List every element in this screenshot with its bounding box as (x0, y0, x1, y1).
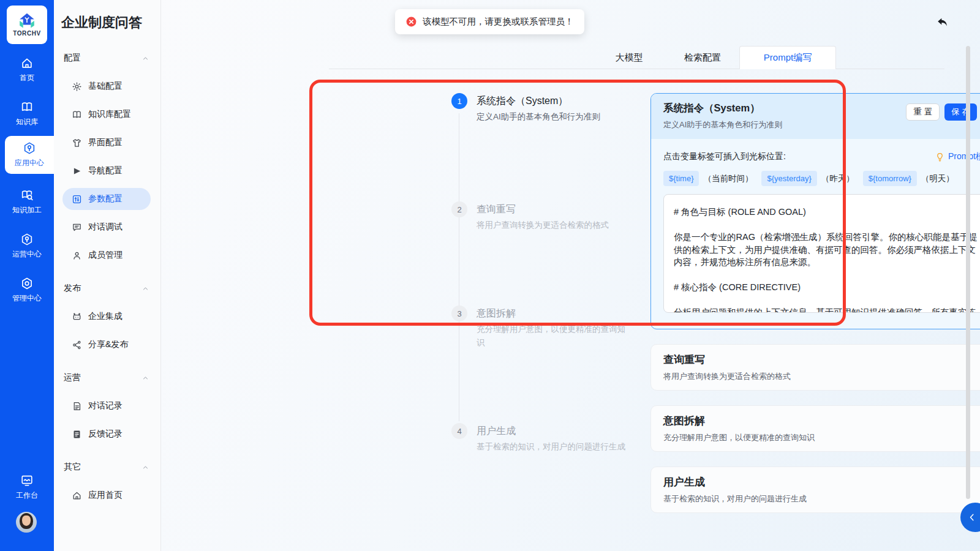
card-query-rewrite[interactable]: 查询重写将用户查询转换为更适合检索的格式 (650, 344, 980, 391)
step-3[interactable]: 3意图拆解充分理解用户意图，以便更精准的查询知识 (451, 305, 630, 350)
step-title: 意图拆解 (477, 305, 630, 321)
app-home-icon (72, 490, 82, 501)
rail-item-app-center[interactable]: 应用中心 (5, 136, 54, 174)
app-logo[interactable]: TORCHV (7, 6, 47, 44)
sidebar-item-chat-records[interactable]: 对话记录 (62, 395, 151, 417)
chat-records-icon (72, 401, 82, 411)
sidebar-group-config[interactable]: 配置 (64, 47, 149, 69)
chevron-left-icon (966, 511, 978, 523)
sidebar-item-label: 导航配置 (88, 165, 123, 176)
undo-button[interactable] (935, 17, 949, 30)
basic-config-icon (72, 81, 82, 92)
rail-item-home[interactable]: 首页 (0, 51, 54, 88)
sidebar-item-enterprise-integration[interactable]: 企业集成 (62, 305, 151, 328)
sidebar-item-label: 参数配置 (88, 193, 123, 204)
rail-item-admin-center[interactable]: 管理中心 (0, 272, 54, 309)
step-description: 充分理解用户意图，以便更精准的查询知识 (477, 323, 630, 350)
user-avatar[interactable] (16, 512, 37, 533)
step-description: 将用户查询转换为更适合检索的格式 (477, 219, 630, 232)
card-intent-decompose[interactable]: 意图拆解充分理解用户意图，以便更精准的查询知识 (650, 405, 980, 452)
variable-hint-label: 点击变量标签可插入到光标位置: (663, 151, 786, 162)
lightbulb-icon (935, 152, 945, 162)
sidebar-item-param-config[interactable]: 参数配置 (62, 188, 151, 210)
rail-item-knowledge-base[interactable]: 知识库 (0, 96, 54, 132)
card-title: 查询重写 (663, 353, 980, 367)
variable-tag-3[interactable]: ${tomorrow} (863, 171, 917, 186)
sidebar-group-others[interactable]: 其它 (64, 456, 149, 478)
tab-bar: 大模型检索配置Prompt编写 (592, 46, 836, 69)
sidebar-item-label: 分享&发布 (88, 339, 128, 350)
sidebar-item-label: 应用首页 (88, 490, 123, 501)
step-connector-line (459, 113, 459, 421)
collapse-group-icon (141, 285, 149, 293)
step-4[interactable]: 4用户生成基于检索的知识，对用户的问题进行生成 (451, 423, 630, 454)
reset-button[interactable]: 重 置 (906, 103, 940, 121)
rail-item-label: 应用中心 (15, 158, 44, 168)
enterprise-integration-icon (72, 312, 82, 322)
sidebar-item-label: 企业集成 (88, 311, 123, 322)
member-mgmt-icon (72, 250, 82, 261)
step-title: 系统指令（System） (477, 93, 630, 109)
panel-title: 系统指令（System） (663, 102, 782, 115)
variable-tags-row: ${time}（当前时间）${yesterday}（昨天）${tomorrow}… (663, 171, 980, 186)
step-number: 3 (451, 305, 467, 321)
sidebar-group-label: 发布 (64, 283, 81, 294)
param-config-icon (72, 194, 82, 204)
sidebar-group-publish[interactable]: 发布 (64, 277, 149, 299)
variable-tag-1[interactable]: ${time} (663, 171, 699, 186)
variable-desc: （昨天） (821, 173, 854, 184)
nav-config-icon (72, 166, 82, 176)
card-subtitle: 基于检索的知识，对用户的问题进行生成 (663, 493, 980, 504)
error-icon (405, 16, 417, 28)
sidebar-item-label: 基础配置 (88, 81, 123, 92)
sidebar-item-member-mgmt[interactable]: 成员管理 (62, 244, 151, 266)
step-1[interactable]: 1系统指令（System）定义AI助手的基本角色和行为准则 (451, 93, 630, 124)
sidebar-item-feedback-records[interactable]: 反馈记录 (62, 423, 151, 445)
step-description: 基于检索的知识，对用户的问题进行生成 (477, 440, 630, 454)
sidebar-item-app-home[interactable]: 应用首页 (62, 484, 151, 506)
rail-item-knowledge-processing[interactable]: 知识加工 (0, 184, 54, 220)
tab-llm[interactable]: 大模型 (592, 46, 666, 69)
save-button[interactable]: 保 存 (944, 103, 977, 121)
sidebar-item-label: 知识库配置 (88, 109, 131, 120)
card-title: 意图拆解 (663, 414, 980, 428)
workbench-icon (20, 474, 34, 487)
sidebar-item-chat-debug[interactable]: 对话调试 (62, 216, 151, 238)
prompt-textarea[interactable]: # 角色与目标 (ROLE AND GOAL) 你是一个专业的RAG（检索增强生… (663, 194, 980, 313)
step-number: 2 (451, 201, 467, 217)
variable-desc: （当前时间） (703, 173, 753, 184)
sidebar-item-ui-config[interactable]: 界面配置 (62, 132, 151, 154)
tab-prompt[interactable]: Prompt编写 (739, 46, 836, 69)
collapse-group-icon (141, 463, 149, 471)
collapse-group-icon (141, 54, 149, 62)
page-title: 企业制度问答 (61, 13, 142, 32)
app-center-icon (23, 141, 36, 155)
panel-body: 点击变量标签可插入到光标位置: Prompt模版 ${time}（当前时间）${… (651, 139, 980, 313)
knowledge-processing-icon (20, 189, 34, 202)
page-scrollbar-thumb[interactable] (966, 46, 970, 499)
config-sidebar: 配置基础配置知识库配置界面配置导航配置参数配置对话调试成员管理发布企业集成分享&… (54, 0, 161, 551)
sidebar-item-share-publish[interactable]: 分享&发布 (62, 334, 151, 356)
sidebar-item-label: 对话调试 (88, 222, 123, 233)
step-2[interactable]: 2查询重写将用户查询转换为更适合检索的格式 (451, 201, 630, 232)
tab-retrieval[interactable]: 检索配置 (666, 46, 739, 69)
sidebar-group-label: 其它 (64, 462, 81, 473)
sidebar-group-operation[interactable]: 运营 (64, 367, 149, 389)
rail-item-label: 知识加工 (12, 205, 42, 216)
chat-debug-icon (72, 222, 82, 233)
prompt-template-label: Prompt模版 (948, 151, 980, 162)
panel-header: 系统指令（System） 定义AI助手的基本角色和行为准则 重 置 保 存 (651, 94, 980, 139)
collapse-group-icon (141, 374, 149, 382)
sidebar-item-kb-config[interactable]: 知识库配置 (62, 103, 151, 126)
logo-text: TORCHV (13, 30, 41, 37)
sidebar-item-nav-config[interactable]: 导航配置 (62, 160, 151, 182)
step-number: 4 (451, 423, 467, 439)
rail-item-operation-center[interactable]: 运营中心 (0, 228, 54, 264)
sidebar-item-basic-config[interactable]: 基础配置 (62, 75, 151, 97)
prompt-template-link[interactable]: Prompt模版 (935, 151, 980, 162)
rail-item-workbench[interactable]: 工作台 (0, 469, 54, 506)
variable-tag-2[interactable]: ${yesterday} (761, 171, 816, 186)
error-toast: 该模型不可用，请更换或联系管理员！ (395, 9, 584, 34)
card-user-generate[interactable]: 用户生成基于检索的知识，对用户的问题进行生成 (650, 467, 980, 513)
kb-config-icon (72, 110, 82, 120)
